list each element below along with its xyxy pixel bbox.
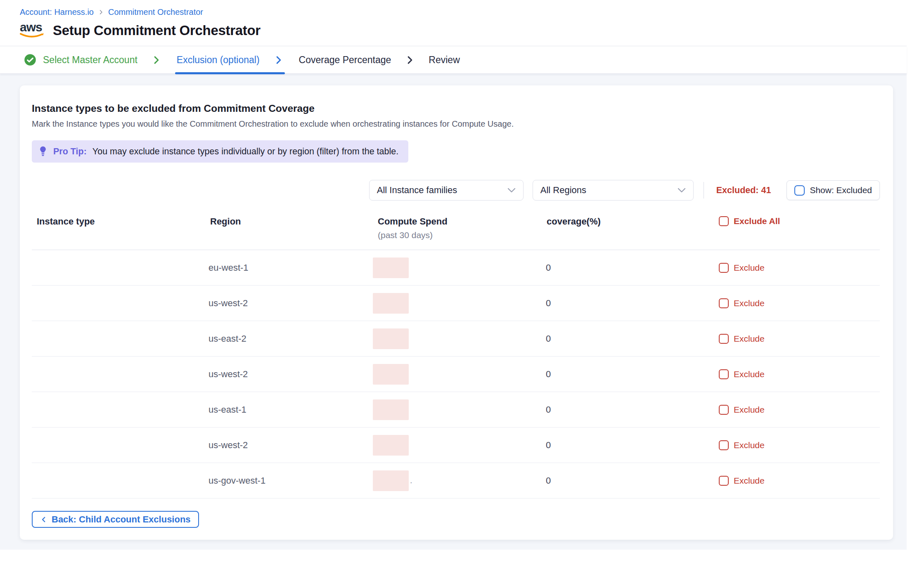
region-cell: us-west-2 — [205, 440, 373, 451]
redacted-compute-spend — [373, 399, 409, 420]
table-row: us-east-2 0 Exclude — [32, 321, 880, 357]
table-row: us-west-2 0 Exclude — [32, 286, 880, 321]
step-label: Review — [429, 54, 460, 66]
coverage-cell: 0 — [542, 369, 717, 380]
step-exclusion[interactable]: Exclusion (optional) — [177, 54, 260, 66]
instance-families-value: All Instance families — [377, 185, 457, 196]
breadcrumb: Account: Harness.io Commitment Orchestra… — [20, 7, 907, 17]
col-header-region: Region — [205, 216, 373, 227]
regions-select[interactable]: All Regions — [533, 180, 694, 201]
table-header-row: Instance type Region Compute Spend (past… — [32, 216, 880, 250]
exclude-label: Exclude — [734, 298, 765, 308]
title-row: aws Setup Commitment Orchestrator — [20, 21, 907, 40]
exclude-label: Exclude — [734, 405, 765, 415]
chevron-down-icon — [507, 188, 516, 193]
step-label: Select Master Account — [43, 54, 137, 66]
page-header: Account: Harness.io Commitment Orchestra… — [0, 0, 907, 46]
col-header-compute-spend: Compute Spend (past 30 days) — [373, 216, 542, 240]
exclude-control[interactable]: Exclude — [717, 369, 880, 379]
exclude-control[interactable]: Exclude — [717, 405, 880, 415]
exclude-control[interactable]: Exclude — [717, 263, 880, 273]
col-header-compute-spend-sub: (past 30 days) — [378, 230, 542, 240]
chevron-right-icon — [274, 55, 283, 65]
page-title: Setup Commitment Orchestrator — [53, 23, 261, 38]
exclude-checkbox[interactable] — [719, 369, 729, 379]
exclude-control[interactable]: Exclude — [717, 334, 880, 344]
table-row: us-west-2 0 Exclude — [32, 357, 880, 392]
exclude-label: Exclude — [734, 476, 765, 486]
exclude-label: Exclude — [734, 440, 765, 450]
chevron-left-icon — [40, 516, 47, 523]
pro-tip-text: You may exclude instance types individua… — [92, 146, 398, 157]
exclude-label: Exclude — [734, 369, 765, 379]
exclude-checkbox[interactable] — [719, 476, 729, 486]
exclude-checkbox[interactable] — [719, 440, 729, 450]
col-header-coverage: coverage(%) — [542, 216, 717, 227]
coverage-cell: 0 — [542, 262, 717, 273]
coverage-cell: 0 — [542, 298, 717, 309]
step-review[interactable]: Review — [429, 54, 460, 66]
pro-tip-label: Pro Tip: — [53, 146, 87, 157]
chevron-down-icon — [678, 188, 686, 193]
coverage-cell: 0 — [542, 333, 717, 344]
excluded-count-badge: Excluded: 41 — [716, 185, 771, 196]
show-excluded-toggle[interactable]: Show: Excluded — [787, 180, 880, 200]
active-step-underline — [175, 72, 285, 74]
coverage-cell: 0 — [542, 440, 717, 451]
spend-suffix: . — [410, 476, 412, 485]
region-cell: us-west-2 — [205, 369, 373, 380]
region-cell: us-east-1 — [205, 404, 373, 415]
redacted-compute-spend — [373, 258, 409, 278]
table-row: us-west-2 0 Exclude — [32, 428, 880, 463]
col-header-instance-type: Instance type — [32, 216, 205, 227]
exclude-control[interactable]: Exclude — [717, 440, 880, 450]
step-select-master-account[interactable]: Select Master Account — [24, 54, 137, 66]
coverage-cell: 0 — [542, 475, 717, 486]
exclude-label: Exclude — [734, 334, 765, 344]
main-content: Instance types to be excluded from Commi… — [0, 74, 907, 550]
step-exclusion-wrap: Exclusion (optional) — [175, 46, 285, 74]
instance-families-select[interactable]: All Instance families — [369, 180, 524, 201]
filters-row: All Instance families All Regions Exclud… — [32, 180, 880, 201]
wizard-stepper: Select Master Account Exclusion (optiona… — [0, 46, 907, 74]
regions-value: All Regions — [540, 185, 586, 196]
breadcrumb-section-link[interactable]: Commitment Orchestrator — [108, 7, 203, 17]
step-label: Exclusion (optional) — [177, 54, 260, 66]
redacted-compute-spend — [373, 364, 409, 385]
lightbulb-icon — [38, 145, 47, 158]
redacted-compute-spend — [373, 470, 409, 491]
region-cell: eu-west-1 — [205, 262, 373, 273]
show-excluded-checkbox[interactable] — [794, 185, 805, 196]
exclude-checkbox[interactable] — [719, 298, 729, 308]
step-label: Coverage Percentage — [299, 54, 391, 66]
aws-logo-text: aws — [20, 20, 42, 34]
step-coverage-percentage[interactable]: Coverage Percentage — [299, 54, 391, 66]
exclude-control[interactable]: Exclude — [717, 298, 880, 308]
breadcrumb-account-link[interactable]: Account: Harness.io — [20, 7, 94, 17]
exclude-control[interactable]: Exclude — [717, 476, 880, 486]
back-button[interactable]: Back: Child Account Exclusions — [32, 511, 199, 528]
app-window: Account: Harness.io Commitment Orchestra… — [0, 0, 907, 567]
chevron-right-icon — [405, 55, 415, 65]
exclude-all-control[interactable]: Exclude All — [717, 216, 880, 226]
exclude-checkbox[interactable] — [719, 263, 729, 273]
card-subheading: Mark the Instance types you would like t… — [32, 119, 880, 129]
show-excluded-label: Show: Excluded — [810, 185, 872, 195]
region-cell: us-west-2 — [205, 298, 373, 309]
card-heading: Instance types to be excluded from Commi… — [32, 103, 880, 114]
chevron-right-icon — [152, 55, 161, 65]
table-row: us-east-1 0 Exclude — [32, 392, 880, 428]
aws-logo-icon: aws — [20, 21, 45, 40]
exclude-all-label: Exclude All — [734, 216, 780, 226]
table-body: eu-west-1 0 Exclude us-west-2 0 Exclude … — [32, 250, 880, 498]
vertical-divider — [704, 182, 704, 198]
exclude-checkbox[interactable] — [719, 334, 729, 344]
back-button-label: Back: Child Account Exclusions — [52, 514, 191, 525]
check-circle-icon — [24, 54, 36, 66]
exclude-checkbox[interactable] — [719, 405, 729, 415]
region-cell: us-gov-west-1 — [205, 475, 373, 486]
redacted-compute-spend — [373, 293, 409, 314]
pro-tip-banner: Pro Tip: You may exclude instance types … — [32, 140, 408, 163]
exclude-all-checkbox[interactable] — [719, 216, 729, 226]
breadcrumb-chevron-icon — [98, 9, 104, 15]
